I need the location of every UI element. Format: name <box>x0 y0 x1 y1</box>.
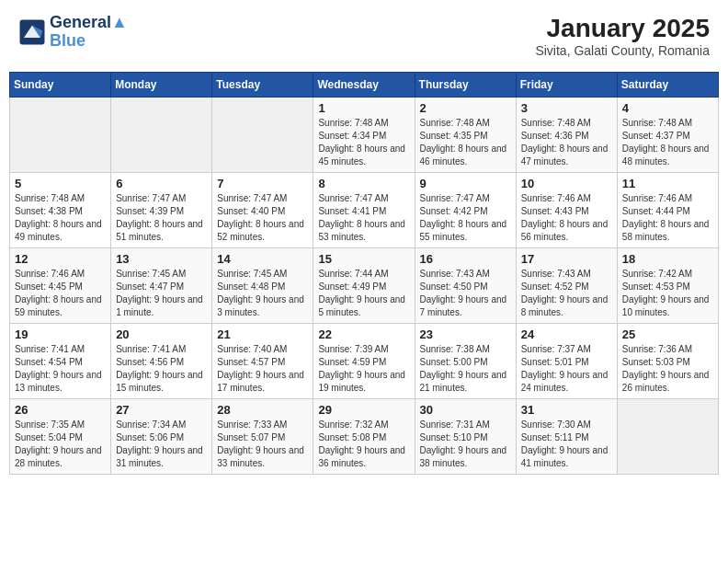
day-info: Sunrise: 7:45 AM Sunset: 4:47 PM Dayligh… <box>116 268 207 319</box>
day-number: 28 <box>217 403 308 417</box>
day-info: Sunrise: 7:46 AM Sunset: 4:45 PM Dayligh… <box>15 268 106 319</box>
day-info: Sunrise: 7:47 AM Sunset: 4:42 PM Dayligh… <box>420 192 511 244</box>
month-title: January 2025 <box>535 14 710 43</box>
day-number: 27 <box>116 403 207 417</box>
calendar-day-cell: 3Sunrise: 7:48 AM Sunset: 4:36 PM Daylig… <box>516 98 617 173</box>
calendar-day-cell <box>617 399 718 475</box>
day-info: Sunrise: 7:31 AM Sunset: 5:10 PM Dayligh… <box>420 419 511 470</box>
day-info: Sunrise: 7:47 AM Sunset: 4:41 PM Dayligh… <box>318 192 409 244</box>
logo-text: General▲ Blue <box>50 14 128 51</box>
day-number: 7 <box>217 177 308 190</box>
day-number: 16 <box>420 252 511 266</box>
day-number: 11 <box>622 177 713 190</box>
day-info: Sunrise: 7:37 AM Sunset: 5:01 PM Dayligh… <box>521 343 612 395</box>
calendar-day-cell: 15Sunrise: 7:44 AM Sunset: 4:49 PM Dayli… <box>313 248 415 324</box>
day-info: Sunrise: 7:46 AM Sunset: 4:43 PM Dayligh… <box>521 192 612 244</box>
day-number: 22 <box>318 327 409 341</box>
weekday-header-row: SundayMondayTuesdayWednesdayThursdayFrid… <box>10 73 719 98</box>
calendar-day-cell: 28Sunrise: 7:33 AM Sunset: 5:07 PM Dayli… <box>212 399 313 475</box>
weekday-header-cell: Monday <box>111 73 212 98</box>
calendar-day-cell: 1Sunrise: 7:48 AM Sunset: 4:34 PM Daylig… <box>313 98 415 173</box>
day-info: Sunrise: 7:47 AM Sunset: 4:40 PM Dayligh… <box>217 192 308 244</box>
day-info: Sunrise: 7:38 AM Sunset: 5:00 PM Dayligh… <box>420 343 511 395</box>
day-info: Sunrise: 7:46 AM Sunset: 4:44 PM Dayligh… <box>622 192 713 244</box>
day-info: Sunrise: 7:48 AM Sunset: 4:36 PM Dayligh… <box>521 117 612 168</box>
day-number: 31 <box>521 403 612 417</box>
weekday-header-cell: Thursday <box>415 73 516 98</box>
weekday-header-cell: Sunday <box>10 73 111 98</box>
day-info: Sunrise: 7:48 AM Sunset: 4:35 PM Dayligh… <box>420 117 511 168</box>
logo: General▲ Blue <box>18 14 128 51</box>
calendar-week-row: 26Sunrise: 7:35 AM Sunset: 5:04 PM Dayli… <box>10 399 719 475</box>
day-info: Sunrise: 7:48 AM Sunset: 4:34 PM Dayligh… <box>318 117 409 168</box>
day-number: 29 <box>318 403 409 417</box>
day-number: 20 <box>116 327 207 341</box>
day-info: Sunrise: 7:32 AM Sunset: 5:08 PM Dayligh… <box>318 419 409 470</box>
day-info: Sunrise: 7:42 AM Sunset: 4:53 PM Dayligh… <box>622 268 713 319</box>
calendar-day-cell: 27Sunrise: 7:34 AM Sunset: 5:06 PM Dayli… <box>111 399 212 475</box>
day-info: Sunrise: 7:47 AM Sunset: 4:39 PM Dayligh… <box>116 192 207 244</box>
calendar-day-cell <box>212 98 313 173</box>
calendar-day-cell: 18Sunrise: 7:42 AM Sunset: 4:53 PM Dayli… <box>617 248 718 324</box>
calendar-day-cell: 10Sunrise: 7:46 AM Sunset: 4:43 PM Dayli… <box>516 173 617 248</box>
day-info: Sunrise: 7:43 AM Sunset: 4:52 PM Dayligh… <box>521 268 612 319</box>
day-number: 26 <box>15 403 106 417</box>
calendar-day-cell: 29Sunrise: 7:32 AM Sunset: 5:08 PM Dayli… <box>313 399 415 475</box>
calendar-day-cell: 6Sunrise: 7:47 AM Sunset: 4:39 PM Daylig… <box>111 173 212 248</box>
day-number: 4 <box>622 101 713 115</box>
day-number: 3 <box>521 101 612 115</box>
calendar-week-row: 19Sunrise: 7:41 AM Sunset: 4:54 PM Dayli… <box>10 324 719 399</box>
day-info: Sunrise: 7:41 AM Sunset: 4:54 PM Dayligh… <box>15 343 106 395</box>
day-info: Sunrise: 7:43 AM Sunset: 4:50 PM Dayligh… <box>420 268 511 319</box>
weekday-header-cell: Friday <box>516 73 617 98</box>
day-info: Sunrise: 7:41 AM Sunset: 4:56 PM Dayligh… <box>116 343 207 395</box>
weekday-header-cell: Tuesday <box>212 73 313 98</box>
day-info: Sunrise: 7:48 AM Sunset: 4:38 PM Dayligh… <box>15 192 106 244</box>
calendar-day-cell: 22Sunrise: 7:39 AM Sunset: 4:59 PM Dayli… <box>313 324 415 399</box>
calendar-day-cell: 19Sunrise: 7:41 AM Sunset: 4:54 PM Dayli… <box>10 324 111 399</box>
day-number: 15 <box>318 252 409 266</box>
day-info: Sunrise: 7:45 AM Sunset: 4:48 PM Dayligh… <box>217 268 308 319</box>
calendar-day-cell: 14Sunrise: 7:45 AM Sunset: 4:48 PM Dayli… <box>212 248 313 324</box>
day-info: Sunrise: 7:36 AM Sunset: 5:03 PM Dayligh… <box>622 343 713 395</box>
calendar-week-row: 5Sunrise: 7:48 AM Sunset: 4:38 PM Daylig… <box>10 173 719 248</box>
calendar-day-cell: 11Sunrise: 7:46 AM Sunset: 4:44 PM Dayli… <box>617 173 718 248</box>
day-number: 9 <box>420 177 511 190</box>
calendar-day-cell: 8Sunrise: 7:47 AM Sunset: 4:41 PM Daylig… <box>313 173 415 248</box>
calendar-day-cell: 2Sunrise: 7:48 AM Sunset: 4:35 PM Daylig… <box>415 98 516 173</box>
calendar-day-cell: 5Sunrise: 7:48 AM Sunset: 4:38 PM Daylig… <box>10 173 111 248</box>
day-number: 14 <box>217 252 308 266</box>
day-number: 17 <box>521 252 612 266</box>
day-number: 21 <box>217 327 308 341</box>
day-info: Sunrise: 7:30 AM Sunset: 5:11 PM Dayligh… <box>521 419 612 470</box>
day-number: 12 <box>15 252 106 266</box>
calendar-day-cell <box>111 98 212 173</box>
day-number: 30 <box>420 403 511 417</box>
calendar-day-cell: 9Sunrise: 7:47 AM Sunset: 4:42 PM Daylig… <box>415 173 516 248</box>
day-number: 13 <box>116 252 207 266</box>
location-title: Sivita, Galati County, Romania <box>535 43 710 58</box>
calendar-day-cell: 16Sunrise: 7:43 AM Sunset: 4:50 PM Dayli… <box>415 248 516 324</box>
calendar-day-cell: 12Sunrise: 7:46 AM Sunset: 4:45 PM Dayli… <box>10 248 111 324</box>
day-info: Sunrise: 7:35 AM Sunset: 5:04 PM Dayligh… <box>15 419 106 470</box>
calendar-day-cell: 20Sunrise: 7:41 AM Sunset: 4:56 PM Dayli… <box>111 324 212 399</box>
day-number: 19 <box>15 327 106 341</box>
calendar-day-cell: 23Sunrise: 7:38 AM Sunset: 5:00 PM Dayli… <box>415 324 516 399</box>
page-header: General▲ Blue January 2025 Sivita, Galat… <box>9 9 719 63</box>
day-number: 2 <box>420 101 511 115</box>
calendar-week-row: 12Sunrise: 7:46 AM Sunset: 4:45 PM Dayli… <box>10 248 719 324</box>
calendar-day-cell: 21Sunrise: 7:40 AM Sunset: 4:57 PM Dayli… <box>212 324 313 399</box>
calendar-week-row: 1Sunrise: 7:48 AM Sunset: 4:34 PM Daylig… <box>10 98 719 173</box>
weekday-header-cell: Saturday <box>617 73 718 98</box>
calendar-day-cell: 4Sunrise: 7:48 AM Sunset: 4:37 PM Daylig… <box>617 98 718 173</box>
calendar-day-cell: 31Sunrise: 7:30 AM Sunset: 5:11 PM Dayli… <box>516 399 617 475</box>
logo-icon <box>18 18 46 46</box>
day-number: 23 <box>420 327 511 341</box>
calendar-day-cell: 17Sunrise: 7:43 AM Sunset: 4:52 PM Dayli… <box>516 248 617 324</box>
day-info: Sunrise: 7:40 AM Sunset: 4:57 PM Dayligh… <box>217 343 308 395</box>
day-number: 10 <box>521 177 612 190</box>
calendar-body: 1Sunrise: 7:48 AM Sunset: 4:34 PM Daylig… <box>10 98 719 475</box>
weekday-header-cell: Wednesday <box>313 73 415 98</box>
calendar-day-cell: 26Sunrise: 7:35 AM Sunset: 5:04 PM Dayli… <box>10 399 111 475</box>
day-info: Sunrise: 7:33 AM Sunset: 5:07 PM Dayligh… <box>217 419 308 470</box>
